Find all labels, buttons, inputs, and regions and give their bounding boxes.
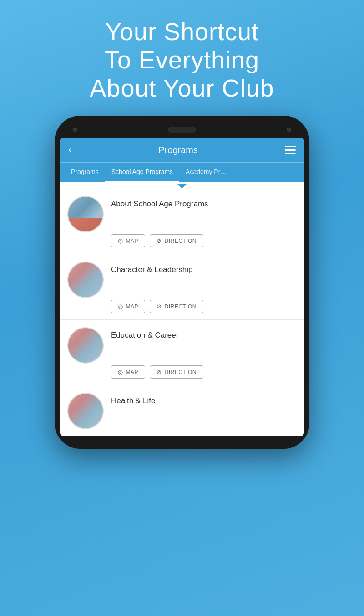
item-title: Character & Leadership [111,265,297,274]
direction-button[interactable]: ⊘ DIRECTION [150,365,203,379]
app-header: ‹ Programs [60,138,304,162]
menu-line-1 [285,146,296,147]
item-info: Education & Career [111,327,297,353]
list-item-row: About School Age Programs [67,196,297,232]
avatar [67,327,104,364]
direction-icon: ⊘ [157,303,162,310]
hero-line1: Your Shortcut [105,18,259,45]
phone-screen: ‹ Programs Programs School Age Programs … [60,138,304,436]
phone-top-bar [60,124,304,138]
item-actions: ◎ MAP ⊘ DIRECTION [67,365,297,379]
map-button[interactable]: ◎ MAP [111,365,145,379]
map-button[interactable]: ◎ MAP [111,234,145,247]
list-item: Health & Life [60,385,304,436]
direction-icon: ⊘ [157,369,162,375]
item-info: Character & Leadership [111,262,297,287]
direction-button[interactable]: ⊘ DIRECTION [150,234,203,247]
map-icon: ◎ [118,303,123,310]
tab-school-age[interactable]: School Age Programs [105,163,179,182]
avatar [67,262,104,298]
list-item-row: Health & Life [67,393,297,429]
list-item: Character & Leadership ◎ MAP ⊘ DIRECTION [60,254,304,320]
phone-shell: ‹ Programs Programs School Age Programs … [55,116,309,449]
tab-bar: Programs School Age Programs Academy Pr… [60,162,304,182]
menu-button[interactable] [285,146,296,154]
map-icon: ◎ [118,237,123,244]
menu-line-2 [285,149,296,151]
direction-button[interactable]: ⊘ DIRECTION [150,300,203,313]
tab-arrow [177,184,187,189]
item-title: Education & Career [111,331,297,340]
list-item-row: Character & Leadership [67,262,297,298]
phone-speaker [168,127,196,133]
avatar [67,393,104,429]
item-actions: ◎ MAP ⊘ DIRECTION [67,234,297,247]
list-item-row: Education & Career [67,327,297,364]
phone-camera [73,128,77,132]
map-icon: ◎ [118,369,123,375]
item-title: About School Age Programs [111,200,297,209]
list-item: About School Age Programs ◎ MAP ⊘ DIRECT… [60,189,304,254]
hero-text: Your Shortcut To Everything About Your C… [90,17,274,102]
content-list: About School Age Programs ◎ MAP ⊘ DIRECT… [60,189,304,436]
direction-icon: ⊘ [157,237,162,244]
back-button[interactable]: ‹ [68,144,71,156]
menu-line-3 [285,153,296,154]
map-button[interactable]: ◎ MAP [111,300,145,313]
item-actions: ◎ MAP ⊘ DIRECTION [67,300,297,313]
hero-line2: To Everything [105,46,259,73]
item-info: Health & Life [111,393,297,418]
tab-indicator [60,182,304,189]
item-title: Health & Life [111,396,297,406]
item-info: About School Age Programs [111,196,297,221]
tab-academy[interactable]: Academy Pr… [179,163,233,182]
phone-sensor [287,128,291,132]
hero-line3: About Your Club [90,74,274,102]
list-item: Education & Career ◎ MAP ⊘ DIRECTION [60,320,304,385]
tab-programs[interactable]: Programs [65,163,105,182]
app-title: Programs [158,145,198,155]
avatar [67,196,104,232]
